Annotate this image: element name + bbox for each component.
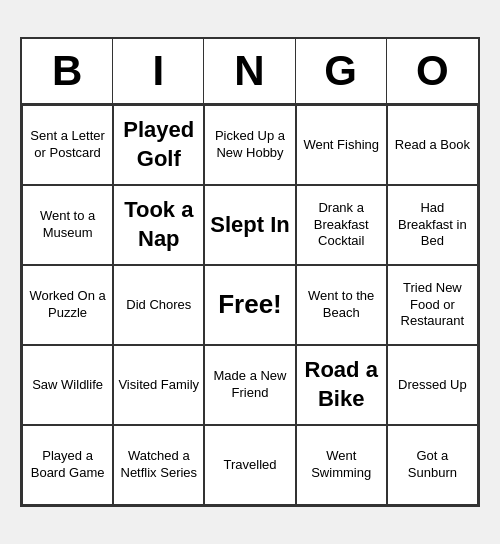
bingo-cell[interactable]: Drank a Breakfast Cocktail (296, 185, 387, 265)
bingo-cell[interactable]: Did Chores (113, 265, 204, 345)
bingo-cell[interactable]: Watched a Netflix Series (113, 425, 204, 505)
bingo-cell[interactable]: Went Fishing (296, 105, 387, 185)
bingo-cell[interactable]: Went Swimming (296, 425, 387, 505)
bingo-cell[interactable]: Had Breakfast in Bed (387, 185, 478, 265)
bingo-cell[interactable]: Went to a Museum (22, 185, 113, 265)
bingo-header: BINGO (22, 39, 478, 105)
bingo-cell[interactable]: Took a Nap (113, 185, 204, 265)
bingo-letter: N (204, 39, 295, 103)
bingo-card: BINGO Sent a Letter or PostcardPlayed Go… (20, 37, 480, 507)
bingo-cell[interactable]: Played Golf (113, 105, 204, 185)
bingo-cell[interactable]: Slept In (204, 185, 295, 265)
bingo-cell[interactable]: Road a Bike (296, 345, 387, 425)
bingo-cell[interactable]: Picked Up a New Hobby (204, 105, 295, 185)
bingo-letter: G (296, 39, 387, 103)
bingo-cell[interactable]: Made a New Friend (204, 345, 295, 425)
bingo-cell[interactable]: Read a Book (387, 105, 478, 185)
bingo-cell[interactable]: Saw Wildlife (22, 345, 113, 425)
bingo-cell[interactable]: Sent a Letter or Postcard (22, 105, 113, 185)
bingo-letter: I (113, 39, 204, 103)
bingo-cell[interactable]: Got a Sunburn (387, 425, 478, 505)
bingo-grid: Sent a Letter or PostcardPlayed GolfPick… (22, 105, 478, 505)
bingo-cell[interactable]: Visited Family (113, 345, 204, 425)
bingo-cell[interactable]: Played a Board Game (22, 425, 113, 505)
bingo-cell[interactable]: Dressed Up (387, 345, 478, 425)
bingo-cell[interactable]: Worked On a Puzzle (22, 265, 113, 345)
bingo-cell[interactable]: Free! (204, 265, 295, 345)
bingo-cell[interactable]: Tried New Food or Restaurant (387, 265, 478, 345)
bingo-cell[interactable]: Went to the Beach (296, 265, 387, 345)
bingo-letter: B (22, 39, 113, 103)
bingo-letter: O (387, 39, 478, 103)
bingo-cell[interactable]: Travelled (204, 425, 295, 505)
